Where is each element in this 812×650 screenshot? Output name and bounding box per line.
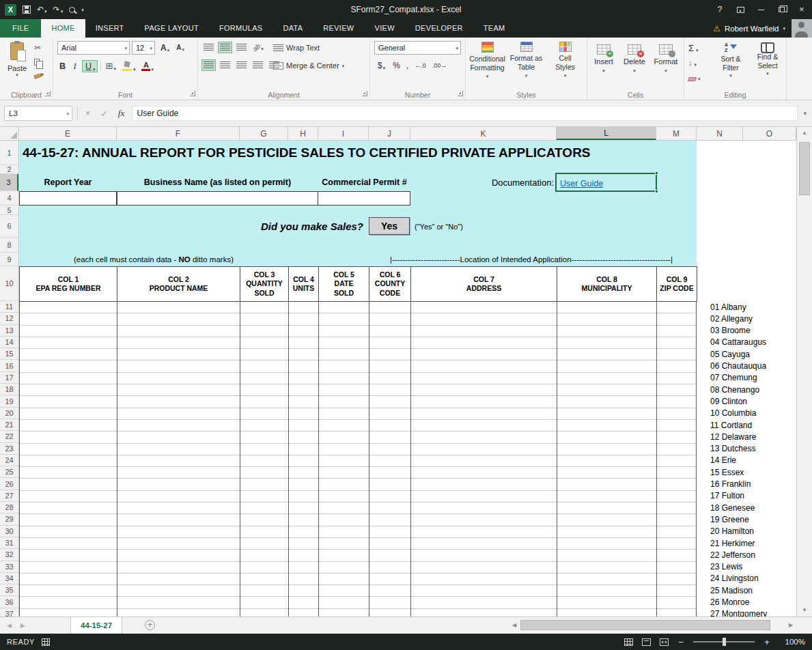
row-header-1[interactable]: 1 bbox=[0, 141, 18, 165]
vertical-scroll-thumb[interactable] bbox=[799, 142, 810, 195]
fill-color-dropdown-arrow[interactable]: ▾ bbox=[133, 67, 136, 72]
row-header-3[interactable]: 3 bbox=[0, 174, 18, 191]
row-header-11[interactable]: 11 bbox=[0, 301, 18, 313]
column-header-I[interactable]: I bbox=[318, 127, 369, 140]
row-header-25[interactable]: 25 bbox=[0, 466, 18, 478]
decrease-decimal-button[interactable]: .00→ bbox=[432, 62, 447, 69]
page-layout-view-button[interactable] bbox=[642, 638, 651, 646]
ribbon-tab-page-layout[interactable]: PAGE LAYOUT bbox=[135, 19, 209, 38]
scroll-right-arrow[interactable]: ▶ bbox=[785, 619, 796, 632]
clear-button[interactable]: ▾ bbox=[688, 72, 701, 81]
row-header-19[interactable]: 19 bbox=[0, 395, 18, 407]
row-header-23[interactable]: 23 bbox=[0, 443, 18, 455]
row-header-18[interactable]: 18 bbox=[0, 384, 18, 395]
ribbon-tab-team[interactable]: TEAM bbox=[473, 19, 516, 38]
row-header-27[interactable]: 27 bbox=[0, 490, 18, 502]
ribbon-display-options-button[interactable]: ▴ bbox=[730, 0, 751, 19]
table-column-header-1[interactable]: COL 1 EPA REG NUMBER bbox=[19, 266, 117, 302]
autosum-button[interactable]: Σ▾ bbox=[688, 43, 701, 53]
column-header-E[interactable]: E bbox=[19, 127, 117, 140]
italic-button[interactable]: I bbox=[70, 61, 79, 72]
column-header-O[interactable]: O bbox=[743, 127, 796, 140]
row-header-6[interactable]: 6 bbox=[0, 215, 18, 238]
font-color-dropdown-arrow[interactable]: ▾ bbox=[151, 67, 154, 72]
currency-dropdown-arrow[interactable]: ▾ bbox=[383, 66, 386, 70]
shrink-font-button[interactable]: A▾ bbox=[175, 43, 186, 53]
underline-button[interactable]: U▾ bbox=[83, 61, 97, 72]
scroll-down-arrow[interactable]: ▼ bbox=[797, 604, 812, 617]
row-header-15[interactable]: 15 bbox=[0, 348, 18, 360]
normal-view-button[interactable] bbox=[624, 638, 633, 646]
number-dialog-launcher[interactable] bbox=[458, 91, 463, 96]
excel-logo-icon[interactable]: X bbox=[5, 4, 16, 16]
row-header-34[interactable]: 34 bbox=[0, 573, 18, 584]
insert-cells-button[interactable]: + Insert ▾ bbox=[589, 44, 619, 73]
row-header-10[interactable]: 10 bbox=[0, 266, 18, 301]
row-header-13[interactable]: 13 bbox=[0, 325, 18, 337]
find-select-button[interactable]: Find & Select ▾ bbox=[750, 42, 785, 76]
vertical-scrollbar[interactable]: ▲ ▼ bbox=[796, 127, 812, 617]
conditional-formatting-button[interactable]: Conditional Formatting ▾ bbox=[468, 42, 506, 79]
column-header-H[interactable]: H bbox=[288, 127, 318, 140]
table-column-header-8[interactable]: COL 8 MUNICIPALITY bbox=[557, 266, 657, 302]
enter-button[interactable]: ✓ bbox=[100, 109, 107, 119]
row-header-26[interactable]: 26 bbox=[0, 478, 18, 490]
number-format-dropdown-arrow[interactable]: ▾ bbox=[453, 46, 460, 51]
sales-answer-cell[interactable]: Yes bbox=[369, 217, 410, 235]
selection-handle-top[interactable] bbox=[655, 171, 658, 175]
row-header-16[interactable]: 16 bbox=[0, 360, 18, 371]
column-header-J[interactable]: J bbox=[369, 127, 410, 140]
row-header-9[interactable]: 9 bbox=[0, 253, 18, 266]
row-header-36[interactable]: 36 bbox=[0, 596, 18, 608]
copy-button[interactable]: ▾ bbox=[34, 57, 44, 66]
font-name-combo[interactable]: Arial▾ bbox=[57, 41, 130, 55]
currency-button[interactable]: $▾ bbox=[376, 60, 387, 71]
zoom-out-button[interactable]: − bbox=[677, 637, 684, 647]
autosum-dropdown-arrow[interactable]: ▾ bbox=[696, 48, 699, 53]
middle-align-button[interactable] bbox=[219, 42, 232, 53]
record-macro-icon[interactable] bbox=[42, 638, 50, 646]
orientation-button[interactable]: ab▾ bbox=[251, 43, 265, 52]
qat-customize-arrow[interactable]: ▾ bbox=[81, 8, 84, 12]
new-sheet-button[interactable]: + bbox=[145, 620, 155, 630]
formula-bar-expand-arrow[interactable]: ▾ bbox=[798, 110, 812, 117]
fill-dropdown-arrow[interactable]: ▾ bbox=[695, 62, 697, 67]
sheet-tab-44-15-27[interactable]: 44-15-27 bbox=[70, 617, 122, 634]
cut-button[interactable]: ✂ bbox=[34, 43, 44, 52]
fill-color-button[interactable]: ▾ bbox=[121, 60, 137, 72]
row-header-30[interactable]: 30 bbox=[0, 526, 18, 537]
table-column-header-3[interactable]: COL 3 QUANTITY SOLD bbox=[240, 266, 289, 302]
table-column-header-6[interactable]: COL 6 COUNTY CODE bbox=[369, 266, 411, 302]
zoom-level[interactable]: 100% bbox=[779, 638, 805, 646]
column-header-F[interactable]: F bbox=[117, 127, 240, 140]
formula-input[interactable]: User Guide bbox=[132, 106, 798, 121]
top-align-button[interactable] bbox=[202, 42, 215, 53]
paste-dropdown-arrow[interactable]: ▾ bbox=[16, 72, 18, 77]
fill-button[interactable]: ↓▾ bbox=[688, 57, 701, 67]
row-header-20[interactable]: 20 bbox=[0, 408, 18, 419]
scroll-up-arrow[interactable]: ▲ bbox=[797, 127, 812, 139]
row-header-28[interactable]: 28 bbox=[0, 502, 18, 513]
ribbon-tab-formulas[interactable]: FORMULAS bbox=[209, 19, 273, 38]
font-size-combo[interactable]: 12▾ bbox=[132, 41, 155, 55]
column-header-N[interactable]: N bbox=[697, 127, 743, 140]
save-icon[interactable] bbox=[23, 5, 31, 14]
ribbon-tab-review[interactable]: REVIEW bbox=[313, 19, 364, 38]
report-year-input[interactable] bbox=[19, 191, 117, 206]
column-header-K[interactable]: K bbox=[410, 127, 557, 140]
account-dropdown-arrow[interactable]: ▾ bbox=[783, 26, 785, 31]
undo-dropdown-arrow[interactable]: ▾ bbox=[44, 9, 47, 14]
sort-filter-button[interactable]: Sort & Filter ▾ bbox=[713, 42, 748, 78]
prev-sheet-arrow[interactable]: ◀ bbox=[7, 622, 12, 629]
name-box-dropdown-arrow[interactable]: ▾ bbox=[64, 111, 72, 116]
insert-function-button[interactable]: fx bbox=[118, 108, 125, 119]
zoom-slider-thumb[interactable] bbox=[723, 638, 726, 646]
select-all-corner[interactable] bbox=[0, 127, 19, 140]
selection-fill-handle[interactable] bbox=[655, 190, 658, 193]
row-header-29[interactable]: 29 bbox=[0, 513, 18, 525]
table-column-header-2[interactable]: COL 2 PRODUCT NAME bbox=[117, 266, 240, 302]
row-header-8[interactable]: 8 bbox=[0, 238, 18, 253]
row-header-17[interactable]: 17 bbox=[0, 372, 18, 384]
borders-button[interactable]: ⊞▾ bbox=[104, 61, 117, 72]
redo-button[interactable]: ↷▾ bbox=[53, 5, 64, 14]
